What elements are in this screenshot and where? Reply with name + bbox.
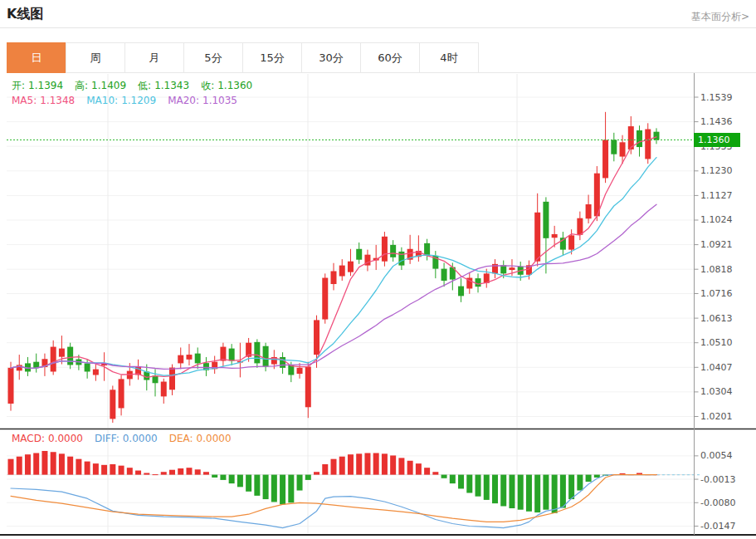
macd-bar bbox=[161, 472, 167, 474]
macd-bar bbox=[339, 457, 345, 475]
legend-label: DEA: bbox=[169, 433, 193, 444]
candle-body-down bbox=[254, 342, 260, 364]
candle-body-up bbox=[577, 218, 583, 235]
candle-body-up bbox=[17, 365, 22, 370]
legend-label: MA5: bbox=[12, 95, 37, 106]
axis-tick-label: 1.1127 bbox=[700, 190, 733, 201]
macd-bar bbox=[356, 453, 362, 474]
macd-bar bbox=[237, 475, 243, 488]
candle-body-down bbox=[654, 132, 660, 140]
candle-body-down bbox=[424, 243, 430, 256]
candle-body-up bbox=[8, 368, 14, 404]
macd-bar bbox=[432, 472, 438, 474]
macd-bar bbox=[509, 475, 515, 508]
macd-bar bbox=[416, 463, 422, 474]
kline-page: K线图 基本面分析> 日周月5分15分30分60分4时 开:1.1394高:1.… bbox=[0, 0, 756, 539]
macd-legend: MACD:0.0000DIFF:0.0000DEA:0.0000 bbox=[12, 433, 243, 444]
candle-body-up bbox=[51, 347, 56, 372]
axis-tick-label: -0.0013 bbox=[700, 474, 735, 485]
candle-body-up bbox=[348, 262, 354, 272]
macd-bar bbox=[246, 475, 251, 492]
candle-body-down bbox=[33, 362, 39, 368]
legend-label: 高: bbox=[75, 80, 88, 91]
legend-value: 0.0000 bbox=[48, 433, 83, 444]
candle-body-down bbox=[458, 287, 464, 296]
legend-value: 1.1394 bbox=[28, 80, 63, 91]
macd-bar bbox=[169, 470, 175, 475]
macd-bar bbox=[229, 475, 235, 484]
candle-body-down bbox=[390, 245, 396, 257]
macd-bar bbox=[552, 475, 558, 513]
axis-tick-label: 1.1024 bbox=[700, 214, 733, 225]
candle-body-down bbox=[263, 346, 269, 367]
macd-bar bbox=[127, 468, 133, 474]
macd-bar bbox=[526, 475, 532, 512]
axis-tick-label: -0.0080 bbox=[700, 497, 735, 508]
candle-body-up bbox=[620, 142, 626, 156]
macd-bar bbox=[305, 475, 311, 480]
candle-body-up bbox=[110, 390, 115, 419]
candle-body-down bbox=[229, 349, 235, 361]
macd-bar bbox=[186, 468, 192, 474]
candle-body-up bbox=[586, 204, 592, 218]
ma-legend: MA5:1.1348MA10:1.1209MA20:1.1035 bbox=[12, 95, 249, 106]
legend-value: 1.1409 bbox=[91, 80, 126, 91]
macd-bar bbox=[568, 475, 574, 499]
legend-value: 1.1360 bbox=[217, 80, 252, 91]
macd-bar bbox=[119, 466, 124, 475]
macd-bar bbox=[518, 475, 524, 510]
macd-bar bbox=[33, 453, 39, 475]
macd-bar bbox=[586, 475, 592, 482]
candle-body-up bbox=[59, 349, 65, 357]
macd-bar bbox=[195, 469, 201, 474]
legend-value: 1.1348 bbox=[40, 95, 75, 106]
candle-body-up bbox=[382, 237, 388, 262]
macd-bar bbox=[441, 475, 447, 478]
candle-body-down bbox=[67, 347, 73, 365]
candle-body-up bbox=[568, 235, 574, 249]
macd-bar bbox=[407, 461, 413, 475]
legend-value: 1.1343 bbox=[154, 80, 189, 91]
candle-body-up bbox=[339, 266, 345, 277]
candle-body-up bbox=[645, 130, 651, 159]
macd-bar bbox=[220, 475, 226, 480]
candle-body-up bbox=[178, 355, 183, 364]
candle-body-up bbox=[119, 379, 124, 408]
macd-bar bbox=[466, 475, 472, 493]
candle-body-up bbox=[322, 278, 328, 320]
macd-bar bbox=[500, 475, 506, 507]
macd-bar bbox=[263, 475, 269, 499]
macd-bar bbox=[450, 475, 456, 484]
candle-body-up bbox=[169, 368, 175, 390]
candle-body-up bbox=[534, 213, 540, 262]
macd-bar bbox=[17, 457, 22, 475]
macd-bar bbox=[534, 475, 540, 512]
axis-tick-label: 1.0407 bbox=[700, 362, 733, 373]
last-price-badge: 1.1360 bbox=[694, 133, 740, 147]
axis-tick-label: 1.1539 bbox=[700, 92, 733, 103]
macd-bar bbox=[348, 454, 354, 474]
macd-bar bbox=[390, 455, 396, 474]
candle-body-up bbox=[93, 370, 99, 375]
macd-bar bbox=[254, 475, 260, 496]
ohlc-legend: 开:1.1394高:1.1409低:1.1343收:1.1360 bbox=[12, 79, 264, 93]
axis-tick-label: 1.0304 bbox=[700, 386, 733, 397]
axis-tick-label: 1.0716 bbox=[700, 288, 733, 299]
legend-label: 开: bbox=[12, 80, 25, 91]
macd-bar bbox=[382, 453, 388, 474]
legend-label: MA10: bbox=[86, 95, 118, 106]
macd-bar bbox=[280, 475, 285, 505]
macd-bar bbox=[577, 475, 583, 491]
candle-body-up bbox=[509, 267, 515, 270]
macd-bar bbox=[288, 475, 294, 503]
candle-body-up bbox=[602, 140, 608, 178]
candle-body-up bbox=[314, 320, 319, 355]
legend-label: MA20: bbox=[168, 95, 199, 106]
macd-bar bbox=[110, 464, 115, 475]
macd-bar bbox=[297, 475, 303, 491]
macd-bar bbox=[59, 453, 65, 474]
macd-bar bbox=[203, 472, 209, 474]
candle-body-down bbox=[637, 130, 642, 147]
candle-body-down bbox=[153, 375, 159, 383]
candle-body-down bbox=[195, 354, 201, 364]
